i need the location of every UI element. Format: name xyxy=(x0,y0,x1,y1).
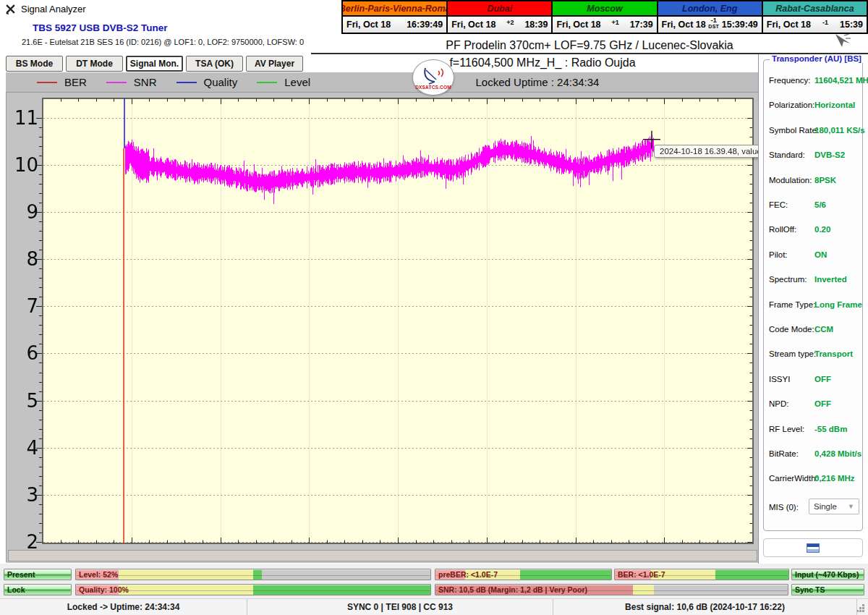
mis-label: MIS (0): xyxy=(769,503,799,512)
preber-bar: preBER: <1.0E-7 xyxy=(435,569,612,580)
transponder-label: RollOff: xyxy=(769,225,796,234)
resize-grip[interactable] xyxy=(862,610,864,612)
transponder-title: Transponder (AU) [BS] xyxy=(770,54,864,63)
clock-rabat-casablanca: Rabat-CasablancaFri, Oct 18-115:39 xyxy=(763,1,867,33)
present-bar: Present xyxy=(4,569,72,580)
level-bar-label: Level: 52% xyxy=(79,570,118,579)
transponder-label: NPD: xyxy=(769,399,788,408)
tab-bs-mode[interactable]: BS Mode xyxy=(6,56,63,72)
transponder-label: Frequency: xyxy=(769,76,811,85)
syncts-bar: Sync TS xyxy=(791,584,864,595)
quality-bar: Quality: 100% xyxy=(75,584,431,595)
signal-chart-canvas[interactable] xyxy=(7,93,759,563)
clock-time: 16:39:49 xyxy=(407,20,443,30)
ber-bar-label: BER: <1.0E-7 xyxy=(618,570,665,579)
mis-value: Single xyxy=(814,502,837,511)
clock-date: Fri, Oct 18 xyxy=(556,20,600,30)
syncts-bar-label: Sync TS xyxy=(795,585,825,594)
cursor-watermark-icon xyxy=(833,33,852,48)
clock-city-label: Dubai xyxy=(448,1,551,17)
tab-tsa-ok[interactable]: TSA (OK) xyxy=(186,56,243,72)
transponder-row-bitrate: BitRate:0,428 Mbit/s xyxy=(764,449,862,459)
clock-dubai: DubaiFri, Oct 18+218:39 xyxy=(448,1,553,33)
locked-uptime: Locked Uptime : 24:34:34 xyxy=(311,72,764,92)
legend-line-level xyxy=(257,82,277,83)
frequency-header: f=11604,500 MHz_H_ : Radio Oujda xyxy=(311,56,774,69)
offset-value: +1 xyxy=(611,20,618,26)
legend-line-quality xyxy=(176,82,197,83)
dst-label: DST xyxy=(708,24,719,29)
transponder-row-rf-level: RF Level:-55 dBm xyxy=(764,425,862,435)
transponder-value: CCM xyxy=(814,325,833,334)
transponder-value: Transport xyxy=(814,349,853,358)
level-bar: Level: 52% xyxy=(75,569,431,580)
legend-label: Level xyxy=(284,76,310,88)
input-bar-label: Input (~470 Kbps) xyxy=(795,570,859,579)
clock-utc-offset: +1 xyxy=(611,20,618,26)
transponder-row-frequency: Frequency:11604,521 MHz xyxy=(764,76,862,86)
transponder-value: ON xyxy=(814,250,827,259)
transponder-row-spectrum: Spectrum:Inverted xyxy=(764,275,862,285)
transponder-row-fec: FEC:5/6 xyxy=(764,200,862,211)
clock-utc-offset: -1DST xyxy=(708,17,719,29)
satellite-dish-icon xyxy=(420,66,446,85)
transponder-value: OFF xyxy=(814,399,831,408)
clock-city-label: Moscow xyxy=(553,1,656,17)
clock-date: Fri, Oct 18 xyxy=(662,20,706,30)
offset-value: -1 xyxy=(711,17,717,24)
transponder-row-modulation: Modulation:8PSK xyxy=(764,176,862,186)
snr-chart-panel: 2024-10-18 16.39.48, value: 10,5 xyxy=(6,92,758,562)
transponder-panel: Transponder (AU) [BS] Frequency:11604,52… xyxy=(758,54,868,565)
transponder-label: Standard: xyxy=(769,150,805,159)
offset-value: +2 xyxy=(506,20,514,26)
clock-berlin-paris-vienna-roma: Berlin-Paris-Vienna-RomaFri, Oct 1816:39… xyxy=(343,1,448,33)
transponder-value: Horizontal xyxy=(814,101,855,109)
mis-select[interactable]: Single ▼ xyxy=(809,499,859,514)
clock-time: 15:39 xyxy=(840,20,863,30)
tab-dt-mode[interactable]: DT Mode xyxy=(66,56,123,72)
transponder-label: ISSYI xyxy=(769,375,790,383)
clock-date: Fri, Oct 18 xyxy=(451,20,495,30)
transponder-label: Symbol Rate: xyxy=(769,126,819,135)
legend-bar: BERSNRQualityLevel Locked Uptime : 24:34… xyxy=(6,72,758,92)
transponder-value: Long Frame xyxy=(814,300,862,309)
transponder-value: 5/6 xyxy=(814,200,826,209)
save-button[interactable] xyxy=(763,538,863,557)
window-title: Signal Analyzer xyxy=(21,4,86,14)
transponder-value: OFF xyxy=(814,375,831,383)
transponder-label: Pilot: xyxy=(769,250,788,259)
transponder-value: 0,428 Mbit/s xyxy=(814,449,861,458)
clock-city-label: London, Eng xyxy=(658,1,762,17)
clock-time: 15:39:49 xyxy=(722,20,758,30)
lock-bar: Lock xyxy=(4,584,72,595)
clock-city-label: Berlin-Paris-Vienna-Roma xyxy=(343,1,446,17)
transponder-value: 180,011 KS/s xyxy=(814,126,865,135)
transponder-label: CarrierWidth: xyxy=(769,474,818,483)
clock-time-row: Fri, Oct 1816:39:49 xyxy=(343,17,446,33)
transponder-row-npd: NPD:OFF xyxy=(764,399,862,410)
clock-time: 18:39 xyxy=(524,20,548,30)
transponder-row-pilot: Pilot:ON xyxy=(764,250,862,260)
transponder-groupbox: Transponder (AU) [BS] Frequency:11604,52… xyxy=(763,59,863,531)
transponder-row-rolloff: RollOff:0.20 xyxy=(764,225,862,235)
tuner-name: TBS 5927 USB DVB-S2 Tuner xyxy=(33,22,168,33)
signal-analyzer-window: Signal Analyzer Berlin-Paris-Vienna-Roma… xyxy=(0,0,868,615)
snr-bar: SNR: 10,5 dB (Margin: 1,2 dB | Very Poor… xyxy=(435,584,788,595)
dxsatcs-logo: DXSATCS.COM xyxy=(412,59,454,96)
transponder-row-issyi: ISSYIOFF xyxy=(764,375,862,385)
transponder-label: FEC: xyxy=(769,200,788,209)
app-logo-icon xyxy=(5,4,16,14)
offset-value: -1 xyxy=(822,20,828,26)
tab-signal-mon[interactable]: Signal Mon. xyxy=(126,56,183,72)
ber-bar: BER: <1.0E-7 xyxy=(614,569,789,580)
transponder-value: DVB-S2 xyxy=(814,150,845,159)
transponder-row-polarization: Polarization:Horizontal xyxy=(764,101,862,111)
tab-av-player[interactable]: AV Player xyxy=(246,56,303,72)
transponder-value: -55 dBm xyxy=(814,425,847,433)
transponder-value: 8PSK xyxy=(814,176,836,184)
chart-legend: BERSNRQualityLevel xyxy=(37,72,330,92)
statusbar-cell-2: Best signal: 10,6 dB (2024-10-17 16:22) xyxy=(553,599,857,615)
logo-text: DXSATCS.COM xyxy=(415,85,451,90)
preber-bar-label: preBER: <1.0E-7 xyxy=(438,570,498,579)
clock-city-label: Rabat-Casablanca xyxy=(763,1,867,17)
